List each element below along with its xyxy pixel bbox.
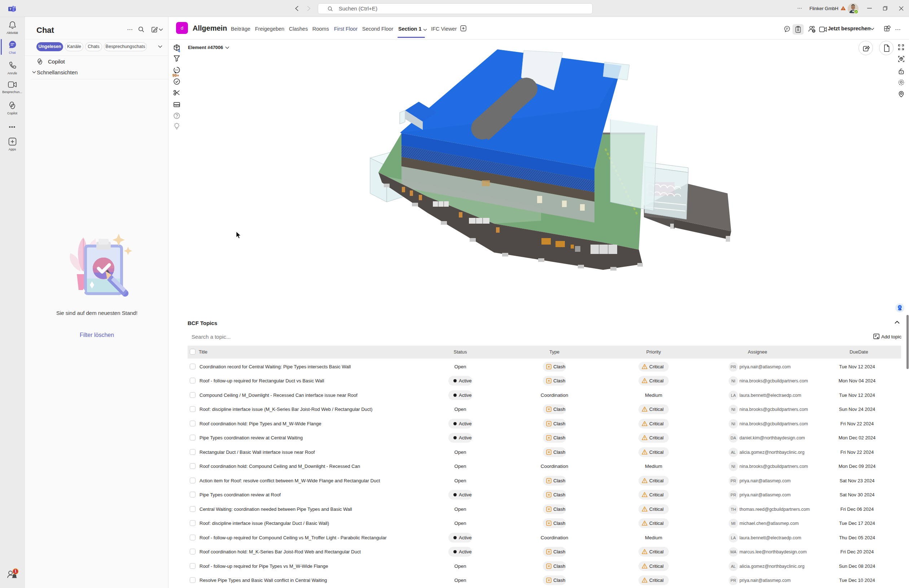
svg-text:T: T bbox=[10, 7, 11, 11]
svg-text:1: 1 bbox=[15, 569, 16, 573]
svg-text:!: ! bbox=[843, 7, 844, 10]
